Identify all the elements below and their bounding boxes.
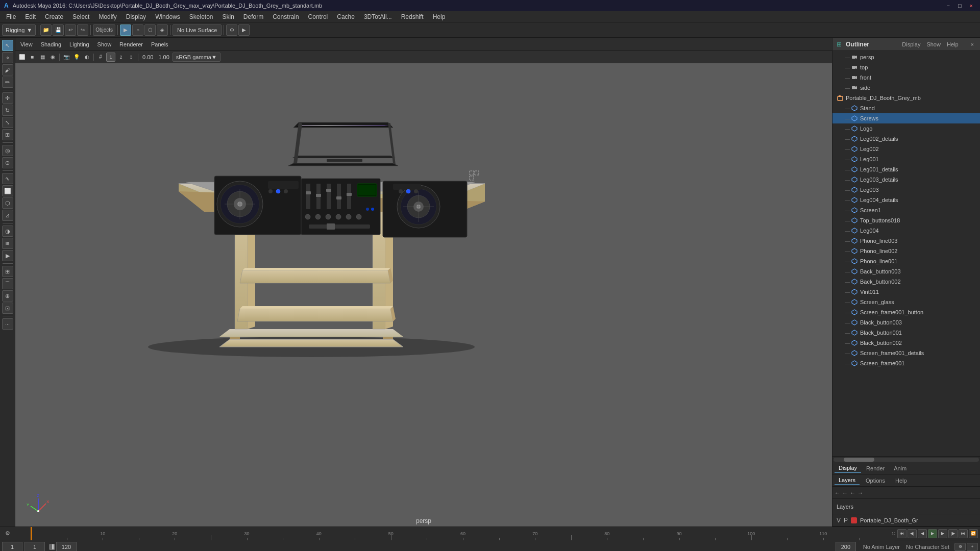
outliner-item[interactable]: —Leg001 <box>832 154 980 164</box>
vp-grid-btn[interactable]: # <box>96 53 105 62</box>
paint-select-btn[interactable]: 🖌 <box>2 64 13 76</box>
outliner-item[interactable]: —Leg003_details <box>832 174 980 185</box>
anim-tab[interactable]: Anim <box>890 464 911 472</box>
outliner-item[interactable]: —Phono_line001 <box>832 256 980 266</box>
end-frame-display[interactable]: 120 <box>56 542 77 552</box>
outliner-item[interactable]: —Top_buttons018 <box>832 215 980 226</box>
select-mode-btn[interactable]: ▶ <box>120 24 131 36</box>
char-set-btn2[interactable]: + <box>967 543 978 551</box>
vp-gamma-dropdown[interactable]: sRGB gamma ▼ <box>173 53 220 62</box>
goto-end-btn[interactable]: ⏭ <box>959 529 968 538</box>
menu-file[interactable]: File <box>2 12 20 21</box>
vp-res1-btn[interactable]: 1 <box>106 53 115 62</box>
snap-point-btn[interactable]: ⊕ <box>2 290 13 302</box>
goto-start-btn[interactable]: ⏮ <box>897 529 906 538</box>
lasso-tool-btn[interactable]: ⌖ <box>2 52 13 63</box>
current-frame-display[interactable]: 1 <box>2 542 22 552</box>
hscroll-thumb[interactable] <box>844 458 874 462</box>
rotate-tool-btn[interactable]: ↻ <box>2 105 13 116</box>
menu-create[interactable]: Create <box>41 12 67 21</box>
minimize-button[interactable]: − <box>943 3 952 9</box>
outliner-item[interactable]: —persp <box>832 52 980 62</box>
undo-btn[interactable]: ↩ <box>65 24 76 36</box>
menu-windows[interactable]: Windows <box>151 12 184 21</box>
snap-curve-btn[interactable]: ⌒ <box>2 278 13 289</box>
prev-key-btn[interactable]: ◀| <box>908 529 917 538</box>
vp-camera-btn[interactable]: 📷 <box>62 53 71 62</box>
outliner-item[interactable]: —Screen1 <box>832 205 980 215</box>
vp-panels-menu[interactable]: Panels <box>148 40 172 48</box>
outliner-item[interactable]: —top <box>832 62 980 72</box>
menu-redshift[interactable]: Redshift <box>397 12 428 21</box>
curve-tool-btn[interactable]: ∿ <box>2 173 13 184</box>
outliner-item[interactable]: —Black_button001 <box>832 328 980 338</box>
menu-control[interactable]: Control <box>304 12 332 21</box>
hscroll-track[interactable] <box>834 458 979 462</box>
outliner-item[interactable]: —Leg001_details <box>832 164 980 174</box>
outliner-help-btn[interactable]: Help <box>945 40 961 48</box>
vp-wireframe-btn[interactable]: ⬜ <box>17 53 27 62</box>
outliner-show-btn[interactable]: Show <box>924 40 943 48</box>
timeline-ruler[interactable]: 1102030405060708090100110120 <box>31 527 895 540</box>
layer-p-toggle[interactable]: P <box>844 517 848 524</box>
paint2-btn[interactable]: ✏ <box>2 77 13 88</box>
move-tool-btn[interactable]: ✛ <box>2 92 13 104</box>
soft-mod-btn2[interactable]: ⊙ <box>2 157 13 168</box>
render-tab[interactable]: Render <box>862 464 889 472</box>
vp-shadow-btn[interactable]: ◐ <box>82 53 91 62</box>
scale-tool-btn[interactable]: ⤡ <box>2 117 13 128</box>
layer-color-swatch[interactable] <box>851 517 857 523</box>
viewport[interactable]: View Shading Lighting Show Renderer Pane… <box>15 38 832 527</box>
outliner-item[interactable]: —Leg002 <box>832 144 980 154</box>
render-btn[interactable]: ▶ <box>238 24 250 36</box>
next-frame-btn[interactable]: ▶ <box>938 529 947 538</box>
menu-cache[interactable]: Cache <box>333 12 359 21</box>
vp-res3-btn[interactable]: 3 <box>127 53 136 62</box>
outliner-item[interactable]: —Screen_frame001_button <box>832 307 980 317</box>
outliner-item[interactable]: —Screen_glass <box>832 297 980 307</box>
outliner-item[interactable]: —Vint011 <box>832 287 980 297</box>
menu-skeleton[interactable]: Skeleton <box>185 12 217 21</box>
play-fwd-btn[interactable]: ▶ <box>928 529 937 538</box>
vp-solid-btn[interactable]: ■ <box>28 53 37 62</box>
objects-btn[interactable]: Objects <box>93 24 115 36</box>
anim-btn[interactable]: ▶ <box>2 250 13 261</box>
menu--dtotall---[interactable]: 3DTotAll... <box>360 12 396 21</box>
layer-v-toggle[interactable]: V <box>837 517 841 524</box>
menu-constrain[interactable]: Constrain <box>268 12 303 21</box>
dynamics-btn[interactable]: ≋ <box>2 238 13 249</box>
deform-tool-btn[interactable]: ⊿ <box>2 210 13 221</box>
outliner-item[interactable]: —Back_button003 <box>832 266 980 277</box>
outliner-item[interactable]: —Leg004_details <box>832 195 980 205</box>
outliner-item[interactable]: —Leg004 <box>832 226 980 236</box>
outliner-item[interactable]: —Black_button003 <box>832 317 980 328</box>
menu-select[interactable]: Select <box>68 12 93 21</box>
snap-view-btn[interactable]: ⊡ <box>2 303 13 314</box>
options-subtab[interactable]: Options <box>862 477 889 485</box>
layers-subtab[interactable]: Layers <box>835 476 860 485</box>
paint-btn[interactable]: ⬡ <box>144 24 156 36</box>
help-subtab[interactable]: Help <box>891 477 911 485</box>
prev-frame-btn[interactable]: ◀ <box>918 529 927 538</box>
show-manip-btn[interactable]: ◎ <box>2 145 13 156</box>
menu-help[interactable]: Help <box>429 12 450 21</box>
outliner-item[interactable]: —Stand <box>832 103 980 113</box>
vp-renderer-menu[interactable]: Renderer <box>116 40 146 48</box>
layer-btn2[interactable]: ← <box>842 490 848 496</box>
outliner-item[interactable]: —Black_button002 <box>832 338 980 348</box>
outliner-item[interactable]: Portable_DJ_Booth_Grey_mb <box>832 93 980 103</box>
next-key-btn[interactable]: |▶ <box>948 529 958 538</box>
outliner-hscrollbar[interactable] <box>832 456 980 462</box>
surface-tool-btn[interactable]: ⬜ <box>2 185 13 196</box>
menu-modify[interactable]: Modify <box>94 12 120 21</box>
render-settings-btn[interactable]: ⚙ <box>226 24 237 36</box>
poly-tool-btn[interactable]: ⬡ <box>2 197 13 209</box>
char-set-btn1[interactable]: ⚙ <box>954 543 966 551</box>
outliner-item[interactable]: —Back_button002 <box>832 277 980 287</box>
universal-tool-btn[interactable]: ⊞ <box>2 129 13 140</box>
outliner-item[interactable]: —Screen_frame001_details <box>832 348 980 358</box>
playback-end-display[interactable]: 200 <box>836 542 856 552</box>
close-button[interactable]: × <box>967 3 976 9</box>
outliner-close-btn[interactable]: × <box>969 40 976 48</box>
save-file-btn[interactable]: 💾 <box>53 24 64 36</box>
